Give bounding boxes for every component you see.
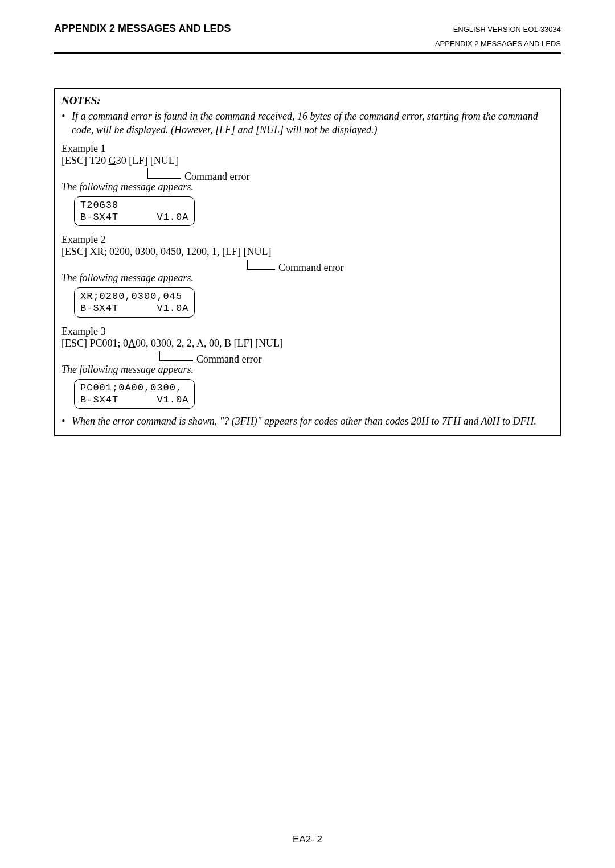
cmd-error-char: A [128,338,136,349]
notes-bullet-1-text: If a command error is found in the comma… [72,109,554,137]
cmd-pre: [ESC] T20 [62,155,109,166]
header-divider [54,52,561,54]
example-2-follow-msg: The following message appears. [62,272,554,284]
example-3-callout: Command error [159,349,554,361]
cmd-error-char: 1 [212,246,217,257]
cmd-post: , [LF] [NUL] [217,246,271,257]
header-subtitle: APPENDIX 2 MESSAGES AND LEDS [54,39,561,48]
callout-label: Command error [184,171,249,183]
bullet-icon: • [62,416,72,427]
cmd-post: 00, 0300, 2, 2, A, 00, B [LF] [NUL] [136,338,283,349]
callout-bracket-icon [247,260,275,270]
example-3-lcd: PC001;0A00,0300, B-SX4T V1.0A [74,379,195,409]
notes-bullet-2: • When the error command is shown, "? (3… [62,416,554,427]
example-1-callout: Command error [147,167,554,179]
notes-box: NOTES: • If a command error is found in … [54,88,561,436]
cmd-post: 30 [LF] [NUL] [116,155,178,166]
example-2-callout: Command error [247,258,554,270]
bullet-icon: • [62,109,72,137]
page-header: APPENDIX 2 MESSAGES AND LEDS ENGLISH VER… [54,23,561,35]
example-1-command: [ESC] T20 G30 [LF] [NUL] [62,155,554,167]
header-title-left: APPENDIX 2 MESSAGES AND LEDS [54,23,231,35]
lcd-line-1: PC001;0A00,0300, [80,382,188,394]
notes-bullet-1: • If a command error is found in the com… [62,109,554,137]
example-3-follow-msg: The following message appears. [62,364,554,376]
cmd-error-char: G [109,155,116,166]
notes-bullet-2-text: When the error command is shown, "? (3FH… [72,416,554,427]
example-3-command: [ESC] PC001; 0A00, 0300, 2, 2, A, 00, B … [62,338,554,349]
lcd-line-2: B-SX4T V1.0A [80,302,188,314]
lcd-line-1: T20G30 [80,199,188,211]
callout-bracket-icon [147,168,181,179]
example-1-label: Example 1 [62,143,554,155]
lcd-line-2: B-SX4T V1.0A [80,394,188,406]
page-number: EA2- 2 [0,834,615,845]
example-2-label: Example 2 [62,234,554,246]
lcd-line-1: XR;0200,0300,045 [80,290,188,302]
header-version-right: ENGLISH VERSION EO1-33034 [453,25,561,34]
callout-label: Command error [196,353,261,365]
example-3-label: Example 3 [62,326,554,338]
example-1-follow-msg: The following message appears. [62,181,554,193]
example-1-lcd: T20G30 B-SX4T V1.0A [74,196,195,227]
example-2-lcd: XR;0200,0300,045 B-SX4T V1.0A [74,287,195,318]
cmd-pre: [ESC] PC001; 0 [62,338,128,349]
example-2-command: [ESC] XR; 0200, 0300, 0450, 1200, 1, [LF… [62,246,554,258]
lcd-line-2: B-SX4T V1.0A [80,211,188,223]
notes-heading: NOTES: [62,94,554,107]
callout-label: Command error [278,262,343,274]
cmd-pre: [ESC] XR; 0200, 0300, 0450, 1200, [62,246,212,257]
callout-bracket-icon [159,351,193,361]
